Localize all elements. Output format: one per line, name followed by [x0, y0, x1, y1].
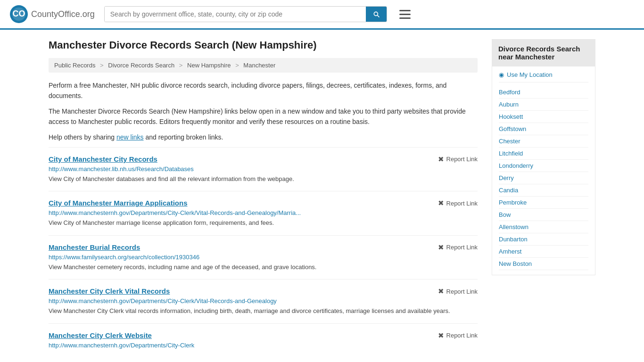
logo-suffix: .org: [80, 9, 95, 19]
sidebar-header: Divorce Records Search near Manchester: [492, 39, 595, 66]
search-bar: [104, 6, 387, 22]
breadcrumb-sep-2: >: [179, 62, 183, 69]
result-title-0[interactable]: City of Manchester City Records: [49, 155, 157, 163]
breadcrumb-divorce-records-search[interactable]: Divorce Records Search: [108, 62, 174, 69]
breadcrumb-new-hampshire[interactable]: New Hampshire: [187, 62, 231, 69]
site-header: CO CountyOffice.org: [0, 0, 644, 30]
logo-name: CountyOffice: [31, 9, 80, 19]
nearby-links-list: BedfordAuburnHooksettGoffstownChesterLit…: [499, 86, 588, 270]
result-title-2[interactable]: Manchester Burial Records: [49, 243, 140, 251]
search-icon: [372, 10, 380, 18]
menu-bar-3: [399, 17, 411, 19]
description-paragraph-1: Perform a free Manchester, NH public div…: [49, 80, 478, 101]
sidebar-link-candia[interactable]: Candia: [499, 184, 588, 197]
menu-bar-2: [399, 14, 411, 15]
result-header: City of Manchester Marriage Applications…: [49, 199, 478, 207]
result-desc-0: View City of Manchester databases and fi…: [49, 174, 478, 184]
description-3-post: and reporting broken links.: [144, 133, 223, 141]
page-title: Manchester Divorce Records Search (New H…: [49, 39, 478, 51]
menu-bar-1: [399, 10, 411, 11]
result-header: City of Manchester City Records ✖ Report…: [49, 155, 478, 164]
svg-text:CO: CO: [13, 9, 25, 18]
sidebar-link-allenstown[interactable]: Allenstown: [499, 221, 588, 233]
description-paragraph-2: The Manchester Divorce Records Search (N…: [49, 106, 478, 127]
sidebar: Divorce Records Search near Manchester ◉…: [492, 39, 595, 358]
description-3-pre: Help others by sharing: [49, 133, 116, 141]
use-my-location[interactable]: ◉ Use My Location: [499, 71, 588, 82]
result-url-0[interactable]: http://www.manchester.lib.nh.us/Research…: [49, 165, 478, 173]
breadcrumb-sep-1: >: [100, 62, 104, 69]
breadcrumb-public-records[interactable]: Public Records: [54, 62, 95, 69]
result-item: Manchester City Clerk Vital Records ✖ Re…: [49, 279, 478, 323]
logo-icon: CO: [9, 5, 28, 24]
report-link-4[interactable]: ✖ Report Link: [438, 331, 478, 340]
result-item: City of Manchester Marriage Applications…: [49, 191, 478, 235]
report-icon-3: ✖: [438, 287, 444, 296]
sidebar-link-bedford[interactable]: Bedford: [499, 86, 588, 99]
new-links-link[interactable]: new links: [116, 133, 144, 141]
result-item: Manchester City Clerk Website ✖ Report L…: [49, 323, 478, 358]
sidebar-link-auburn[interactable]: Auburn: [499, 99, 588, 111]
menu-button[interactable]: [396, 7, 413, 22]
report-icon-1: ✖: [438, 199, 444, 207]
description: Perform a free Manchester, NH public div…: [49, 80, 478, 142]
report-link-0[interactable]: ✖ Report Link: [438, 155, 478, 164]
location-pin-icon: ◉: [499, 71, 504, 78]
sidebar-link-bow[interactable]: Bow: [499, 209, 588, 221]
breadcrumb-manchester[interactable]: Manchester: [243, 62, 275, 69]
search-button[interactable]: [366, 7, 387, 22]
sidebar-link-hooksett[interactable]: Hooksett: [499, 111, 588, 123]
result-header: Manchester City Clerk Website ✖ Report L…: [49, 331, 478, 340]
result-item: Manchester Burial Records ✖ Report Link …: [49, 235, 478, 280]
result-header: Manchester City Clerk Vital Records ✖ Re…: [49, 287, 478, 296]
result-item: City of Manchester City Records ✖ Report…: [49, 147, 478, 191]
use-location-label: Use My Location: [507, 71, 553, 78]
breadcrumb-sep-3: >: [235, 62, 239, 69]
result-title-1[interactable]: City of Manchester Marriage Applications: [49, 199, 188, 207]
report-link-3[interactable]: ✖ Report Link: [438, 287, 478, 296]
content-area: Manchester Divorce Records Search (New H…: [49, 39, 478, 358]
description-paragraph-3: Help others by sharing new links and rep…: [49, 132, 478, 142]
sidebar-link-goffstown[interactable]: Goffstown: [499, 123, 588, 135]
logo-link[interactable]: CO CountyOffice.org: [9, 5, 95, 24]
search-input[interactable]: [105, 7, 366, 22]
result-url-3[interactable]: http://www.manchesternh.gov/Departments/…: [49, 297, 478, 304]
sidebar-link-pembroke[interactable]: Pembroke: [499, 197, 588, 209]
sidebar-link-londonderry[interactable]: Londonderry: [499, 160, 588, 172]
result-header: Manchester Burial Records ✖ Report Link: [49, 243, 478, 252]
report-link-1[interactable]: ✖ Report Link: [438, 199, 478, 207]
result-url-2[interactable]: https://www.familysearch.org/search/coll…: [49, 254, 478, 261]
sidebar-link-dunbarton[interactable]: Dunbarton: [499, 233, 588, 246]
main-container: Manchester Divorce Records Search (New H…: [39, 30, 605, 362]
sidebar-link-litchfield[interactable]: Litchfield: [499, 148, 588, 160]
report-link-2[interactable]: ✖ Report Link: [438, 243, 478, 252]
sidebar-link-new-boston[interactable]: New Boston: [499, 258, 588, 270]
sidebar-link-amherst[interactable]: Amherst: [499, 246, 588, 258]
sidebar-content: ◉ Use My Location BedfordAuburnHooksettG…: [492, 66, 595, 275]
logo-text: CountyOffice.org: [31, 9, 95, 19]
result-title-4[interactable]: Manchester City Clerk Website: [49, 331, 152, 339]
report-icon-4: ✖: [438, 331, 444, 340]
result-desc-2: View Manchester cemetery records, includ…: [49, 263, 478, 272]
result-url-4[interactable]: http://www.manchesternh.gov/Departments/…: [49, 342, 478, 349]
sidebar-link-chester[interactable]: Chester: [499, 135, 588, 148]
report-icon-0: ✖: [438, 155, 444, 164]
breadcrumb: Public Records > Divorce Records Search …: [49, 58, 478, 73]
results-list: City of Manchester City Records ✖ Report…: [49, 147, 478, 358]
result-desc-1: View City of Manchester marriage license…: [49, 218, 478, 228]
result-url-1[interactable]: http://www.manchesternh.gov/Departments/…: [49, 209, 478, 216]
result-desc-3: View Manchester City Clerk vital records…: [49, 306, 478, 316]
result-title-3[interactable]: Manchester City Clerk Vital Records: [49, 287, 170, 295]
report-icon-2: ✖: [438, 243, 444, 252]
sidebar-link-derry[interactable]: Derry: [499, 172, 588, 184]
